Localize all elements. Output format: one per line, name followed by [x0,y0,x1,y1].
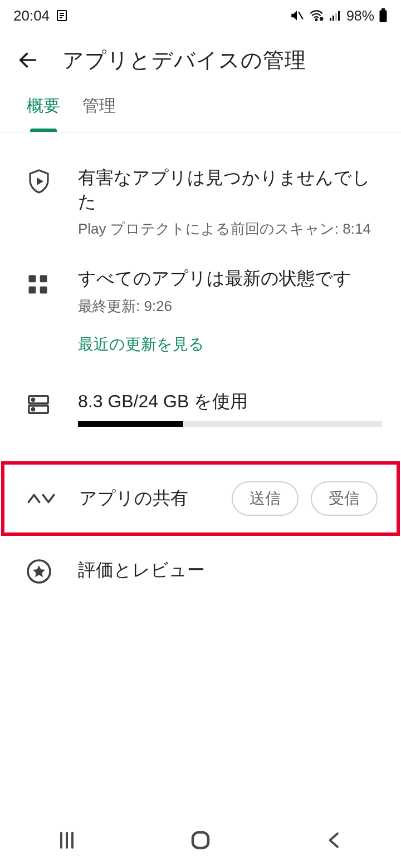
svg-rect-18 [40,275,47,283]
mute-icon [290,8,304,23]
tabs: 概要 管理 [0,89,401,132]
svg-rect-13 [380,10,387,22]
svg-point-5 [316,19,317,21]
svg-point-23 [32,398,34,401]
status-notification-icon [55,9,69,22]
svg-rect-9 [330,18,331,21]
updates-row[interactable]: すべてのアプリは最新の状態です 最終更新: 9:26 最近の更新を見る [0,255,401,370]
status-bar: 20:04 98% [0,0,401,31]
cellular-icon [329,9,342,22]
apps-grid-icon [26,272,50,297]
recent-updates-link[interactable]: 最近の更新を見る [78,334,382,355]
svg-rect-20 [40,287,47,294]
shield-icon [26,168,52,195]
tab-overview[interactable]: 概要 [27,95,60,132]
ratings-reviews-title: 評価とレビュー [78,558,382,582]
back-button[interactable] [13,46,42,75]
storage-bar [78,421,382,427]
svg-rect-19 [29,287,36,294]
ratings-reviews-row[interactable]: 評価とレビュー [0,536,401,605]
nav-recents-button[interactable] [45,823,89,857]
send-button[interactable]: 送信 [232,481,299,516]
play-protect-title: 有害なアプリは見つかりませんでした [78,166,382,214]
storage-icon [26,392,51,417]
play-protect-row[interactable]: 有害なアプリは見つかりませんでした Play プロテクトによる前回のスキャン: … [0,155,401,255]
play-protect-subtitle: Play プロテクトによる前回のスキャン: 8:14 [78,218,382,240]
tab-manage[interactable]: 管理 [82,95,116,132]
updates-title: すべてのアプリは最新の状態です [78,267,382,290]
nearby-share-icon [27,486,56,511]
back-arrow-icon [17,49,39,71]
recents-icon [56,829,78,851]
svg-rect-17 [29,275,36,283]
svg-rect-29 [193,832,208,848]
svg-rect-12 [338,11,340,21]
receive-button[interactable]: 受信 [311,481,378,516]
storage-bar-fill [78,421,183,427]
svg-rect-11 [335,13,337,21]
header: アプリとデバイスの管理 [0,31,401,89]
status-time: 20:04 [13,7,50,24]
wifi-icon [309,8,324,23]
updates-subtitle: 最終更新: 9:26 [78,295,382,317]
system-nav-bar [0,812,401,868]
share-apps-title: アプリの共有 [79,486,232,511]
nav-back-icon [324,829,344,851]
svg-rect-14 [382,8,385,10]
battery-percent: 98% [346,8,374,24]
svg-line-4 [299,12,303,19]
page-title: アプリとデバイスの管理 [62,46,306,75]
home-icon [189,828,212,852]
nav-home-button[interactable] [178,823,223,857]
svg-rect-10 [332,16,334,21]
battery-icon [379,8,388,23]
share-apps-row: アプリの共有 送信 受信 [4,465,397,532]
nav-back-button[interactable] [312,823,356,857]
star-circle-icon [26,558,52,585]
storage-label: 8.3 GB/24 GB を使用 [78,389,382,413]
svg-point-24 [32,408,34,410]
svg-marker-16 [37,177,43,185]
storage-row[interactable]: 8.3 GB/24 GB を使用 [0,371,401,442]
share-apps-highlight: アプリの共有 送信 受信 [1,461,400,536]
